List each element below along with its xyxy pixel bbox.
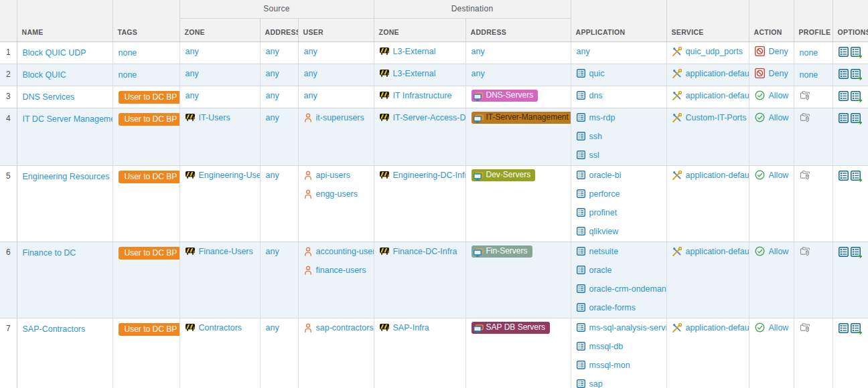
rule-number[interactable]: 5 xyxy=(0,165,17,241)
profile-group-icon[interactable] xyxy=(800,90,812,100)
src-address-link[interactable]: any xyxy=(266,247,279,256)
col-header-name[interactable]: NAME xyxy=(17,0,113,41)
tags-none-link[interactable]: none xyxy=(119,48,137,58)
application-link[interactable]: oracle-forms xyxy=(589,303,636,312)
action-link[interactable]: Allow xyxy=(769,171,789,180)
action-link[interactable]: Deny xyxy=(769,69,788,78)
application-link[interactable]: profinet xyxy=(589,208,618,217)
log-forwarding-icon[interactable] xyxy=(851,91,863,102)
src-user-link[interactable]: any xyxy=(304,47,317,56)
application-link[interactable]: perforce xyxy=(589,189,620,199)
service-link[interactable]: application-default xyxy=(686,247,749,256)
profile-group-icon[interactable] xyxy=(800,170,812,180)
log-forwarding-icon[interactable] xyxy=(851,247,863,258)
service-link[interactable]: application-default xyxy=(686,91,749,100)
application-link[interactable]: any xyxy=(577,47,590,56)
src-address-link[interactable]: any xyxy=(266,171,279,180)
action-link[interactable]: Allow xyxy=(769,323,789,332)
dst-zone-link[interactable]: L3-External xyxy=(393,69,436,78)
rule-name-link[interactable]: Block QUIC xyxy=(23,70,66,80)
src-address-link[interactable]: any xyxy=(266,91,279,100)
tag-badge[interactable]: User to DC BP xyxy=(119,113,180,126)
action-link[interactable]: Allow xyxy=(769,113,789,122)
log-forwarding-icon[interactable] xyxy=(851,47,863,58)
src-zone-link[interactable]: any xyxy=(186,69,199,78)
action-link[interactable]: Deny xyxy=(769,47,788,56)
src-zone-link[interactable]: any xyxy=(186,91,199,100)
col-header-dst-address[interactable]: ADDRESS xyxy=(465,18,571,41)
application-link[interactable]: ms-sql-analysis-service xyxy=(589,323,667,332)
rule-name-link[interactable]: SAP-Contractors xyxy=(23,324,86,334)
application-link[interactable]: dns xyxy=(589,91,603,100)
src-user-link[interactable]: finance-users xyxy=(316,266,366,275)
rule-number[interactable]: 2 xyxy=(0,64,17,86)
src-user-link[interactable]: sap-contractors xyxy=(316,323,374,332)
log-forwarding-icon[interactable] xyxy=(851,69,863,80)
dst-zone-link[interactable]: L3-External xyxy=(393,47,436,56)
col-header-src-zone[interactable]: ZONE xyxy=(179,18,260,41)
rule-number[interactable]: 7 xyxy=(0,318,17,388)
application-link[interactable]: oracle-bi xyxy=(589,171,622,180)
application-link[interactable]: quic xyxy=(589,69,605,78)
service-link[interactable]: application-default xyxy=(686,323,749,332)
log-viewer-icon[interactable] xyxy=(839,323,849,333)
application-link[interactable]: mssql-db xyxy=(589,342,624,351)
dst-zone-link[interactable]: SAP-Infra xyxy=(393,323,429,332)
tag-badge[interactable]: User to DC BP xyxy=(119,323,180,336)
rule-number[interactable]: 4 xyxy=(0,108,17,165)
rule-name-link[interactable]: Finance to DC xyxy=(23,248,76,258)
col-header-service[interactable]: SERVICE xyxy=(666,0,749,41)
src-user-link[interactable]: it-superusers xyxy=(316,113,364,122)
tag-badge[interactable]: User to DC BP xyxy=(119,171,180,183)
application-link[interactable]: oracle-crm-ondemand xyxy=(589,284,667,294)
address-group-badge[interactable]: SAP DB Servers xyxy=(472,322,550,334)
col-header-action[interactable]: ACTION xyxy=(749,0,794,41)
application-link[interactable]: ms-rdp xyxy=(589,113,616,122)
address-group-badge[interactable]: DNS-Servers xyxy=(472,90,538,102)
profile-none-link[interactable]: none xyxy=(800,48,818,58)
application-link[interactable]: netsuite xyxy=(589,247,619,256)
dst-zone-link[interactable]: Engineering-DC-Infra xyxy=(393,171,466,180)
src-zone-link[interactable]: Contractors xyxy=(199,323,242,332)
dst-address-link[interactable]: any xyxy=(472,69,485,78)
action-link[interactable]: Allow xyxy=(769,247,789,256)
src-user-link[interactable]: any xyxy=(304,69,317,78)
application-link[interactable]: ssh xyxy=(589,132,602,141)
log-forwarding-icon[interactable] xyxy=(851,323,863,334)
src-user-link[interactable]: engg-users xyxy=(316,189,358,199)
tag-badge[interactable]: User to DC BP xyxy=(119,247,180,260)
profile-group-icon[interactable] xyxy=(800,112,812,122)
application-link[interactable]: sap xyxy=(589,379,603,388)
tag-badge[interactable]: User to DC BP xyxy=(119,91,180,104)
log-viewer-icon[interactable] xyxy=(839,113,849,123)
col-header-profile[interactable]: PROFILE xyxy=(794,0,833,41)
rule-name-link[interactable]: Block QUIC UDP xyxy=(23,48,86,58)
col-header-src-address[interactable]: ADDRESS xyxy=(260,18,298,41)
col-header-src-user[interactable]: USER xyxy=(298,18,374,41)
src-address-link[interactable]: any xyxy=(266,113,279,122)
dst-zone-link[interactable]: IT-Server-Access-DC xyxy=(393,113,466,122)
address-group-badge[interactable]: Dev-Servers xyxy=(472,169,536,181)
src-user-link[interactable]: api-users xyxy=(316,171,350,180)
application-link[interactable]: ssl xyxy=(589,151,599,160)
profile-group-icon[interactable] xyxy=(800,246,812,256)
src-zone-link[interactable]: Engineering-Users xyxy=(199,171,261,180)
col-header-dst-zone[interactable]: ZONE xyxy=(374,18,465,41)
application-link[interactable]: qlikview xyxy=(589,227,619,236)
service-link[interactable]: application-default xyxy=(686,69,749,78)
address-group-badge[interactable]: IT-Server-Management xyxy=(472,112,571,124)
rule-name-link[interactable]: IT DC Server Management xyxy=(23,114,113,124)
dst-address-link[interactable]: any xyxy=(472,47,485,56)
col-header-tags[interactable]: TAGS xyxy=(113,0,179,41)
rule-number[interactable]: 6 xyxy=(0,241,17,318)
col-header-options[interactable]: OPTIONS xyxy=(833,0,868,41)
log-viewer-icon[interactable] xyxy=(839,69,849,79)
log-forwarding-icon[interactable] xyxy=(851,171,863,182)
log-viewer-icon[interactable] xyxy=(839,171,849,181)
src-zone-link[interactable]: any xyxy=(186,47,199,56)
log-viewer-icon[interactable] xyxy=(839,91,849,101)
dst-zone-link[interactable]: Finance-DC-Infra xyxy=(393,247,457,256)
rule-number[interactable]: 1 xyxy=(0,41,17,64)
src-zone-link[interactable]: Finance-Users xyxy=(199,247,253,256)
log-forwarding-icon[interactable] xyxy=(851,113,863,124)
